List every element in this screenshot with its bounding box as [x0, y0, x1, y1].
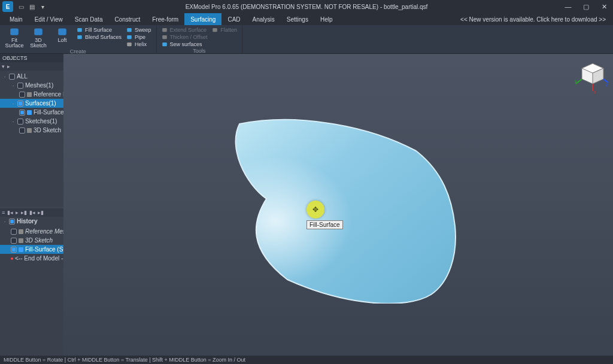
- history-title-row: - History: [0, 217, 63, 226]
- visibility-check-icon[interactable]: [19, 128, 25, 134]
- menu-main[interactable]: Main: [4, 13, 29, 25]
- fill-surface-icon: [77, 27, 83, 33]
- last-icon[interactable]: ▸▮: [38, 210, 44, 216]
- svg-text:y: y: [575, 79, 577, 84]
- history-tree[interactable]: Reference Mesh3D SketchFill-Surface (Sur…: [0, 226, 63, 264]
- pipe-button[interactable]: Pipe: [125, 34, 153, 41]
- blend-surfaces-icon: [77, 34, 83, 40]
- sweep-button[interactable]: Sweep: [125, 26, 153, 34]
- flatten-button: Flatten: [211, 26, 238, 34]
- node-icon: [27, 110, 32, 115]
- tree-label: Reference Mesh (: [34, 91, 63, 98]
- tree-row[interactable]: -Sketches(1): [0, 117, 63, 126]
- maximize-button[interactable]: ▢: [577, 0, 595, 13]
- expand-icon[interactable]: -: [11, 83, 16, 88]
- menu-analysis[interactable]: Analysis: [247, 13, 281, 25]
- visibility-check-icon[interactable]: [17, 83, 23, 89]
- visibility-check-icon[interactable]: [9, 74, 15, 80]
- fill-surface-button[interactable]: Fill Surface: [75, 26, 123, 34]
- ribbon-group-label: Tools: [160, 48, 238, 54]
- svg-rect-7: [127, 43, 132, 46]
- sweep-icon: [126, 27, 132, 33]
- tree-row[interactable]: Fill-Surface (Surface: [0, 245, 63, 254]
- flatten-icon: [212, 27, 218, 33]
- tree-label: Fill-Surface: [34, 109, 63, 116]
- tree-row[interactable]: <-- End of Model --: [0, 254, 63, 263]
- filter-icon[interactable]: ▾: [2, 63, 5, 69]
- tag-icon[interactable]: ▸: [7, 63, 10, 69]
- svg-rect-5: [127, 28, 132, 32]
- menu-scan-data[interactable]: Scan Data: [69, 13, 109, 25]
- 3d-sketch-button[interactable]: 3DSketch: [28, 26, 49, 48]
- tree-row[interactable]: 3D Sketch: [0, 236, 63, 245]
- node-icon: [19, 229, 23, 234]
- tree-row[interactable]: 3D Sketch: [0, 126, 63, 135]
- helix-button[interactable]: Helix: [125, 41, 153, 48]
- svg-rect-1: [34, 28, 43, 35]
- visibility-check-icon[interactable]: [11, 247, 17, 253]
- history-check-icon[interactable]: [9, 219, 15, 225]
- tree-row[interactable]: -Surfaces(1): [0, 99, 63, 108]
- tree-row[interactable]: -Meshes(1): [0, 81, 63, 90]
- svg-text:z: z: [606, 83, 608, 87]
- extend-surface-button: Extend Surface: [160, 26, 209, 34]
- objects-panel-toolbar[interactable]: ▾ ▸: [0, 62, 63, 71]
- svg-rect-9: [162, 35, 167, 39]
- tree-label: 3D Sketch: [34, 127, 61, 134]
- 3d-sketch-icon: [32, 26, 45, 37]
- expand-icon[interactable]: -: [11, 101, 16, 106]
- expand-icon[interactable]: -: [11, 119, 16, 124]
- visibility-check-icon[interactable]: [11, 229, 17, 235]
- menu-construct[interactable]: Construct: [108, 13, 146, 25]
- qat-new-icon[interactable]: ▭: [16, 2, 26, 11]
- svg-rect-0: [10, 28, 19, 35]
- surface-geometry[interactable]: [210, 106, 467, 304]
- visibility-check-icon[interactable]: [17, 119, 23, 125]
- objects-tree[interactable]: -ALL-Meshes(1)Reference Mesh (-Surfaces(…: [0, 71, 63, 136]
- axis-gizmo[interactable]: y z x: [573, 60, 609, 96]
- svg-line-15: [576, 79, 582, 84]
- tree-row[interactable]: Reference Mesh: [0, 227, 63, 236]
- visibility-check-icon[interactable]: [19, 92, 25, 98]
- menu-help[interactable]: Help: [314, 13, 339, 25]
- node-icon: [11, 257, 13, 260]
- menu-settings[interactable]: Settings: [281, 13, 314, 25]
- minimize-button[interactable]: —: [559, 0, 577, 13]
- visibility-check-icon[interactable]: [17, 101, 23, 107]
- expand-icon[interactable]: -: [2, 74, 7, 79]
- fit-surface-icon: [8, 26, 21, 37]
- tree-row[interactable]: Reference Mesh (: [0, 90, 63, 99]
- close-button[interactable]: ✕: [595, 0, 613, 13]
- node-icon: [27, 128, 32, 133]
- menu-free-form[interactable]: Free-form: [146, 13, 184, 25]
- fit-surface-button[interactable]: FitSurface: [4, 26, 25, 48]
- update-notice[interactable]: << New version is available. Click here …: [460, 16, 609, 23]
- svg-rect-6: [127, 35, 132, 39]
- menu-cad[interactable]: CAD: [221, 13, 246, 25]
- tree-label: Fill-Surface (Surface: [25, 246, 63, 253]
- qat-save-icon[interactable]: ▾: [38, 2, 47, 11]
- thicken-offset-button: Thicken / Offset: [160, 34, 209, 41]
- step-back-icon[interactable]: ▮◂: [7, 210, 13, 216]
- blend-surfaces-button[interactable]: Blend Surfaces: [75, 34, 123, 41]
- node-icon: [19, 247, 23, 252]
- tree-icon[interactable]: ≡: [2, 210, 5, 216]
- history-panel-toolbar[interactable]: ≡ ▮◂ ▸ ▸▮ ▮◂ ▸▮: [0, 208, 63, 217]
- sew-surfaces-button[interactable]: Sew surfaces: [160, 41, 209, 48]
- tree-row[interactable]: -ALL: [0, 72, 63, 81]
- play-icon[interactable]: ▸: [16, 210, 19, 216]
- loft-icon: [56, 26, 69, 37]
- status-bar: MIDDLE Button = Rotate | Ctrl + MIDDLE B…: [0, 356, 613, 364]
- loft-button[interactable]: Loft: [51, 26, 73, 43]
- step-fwd-icon[interactable]: ▸▮: [21, 210, 27, 216]
- tree-row[interactable]: Fill-Surface: [0, 108, 63, 117]
- window-title: EXModel Pro 6.0.65 (DEMONSTRATION SYSTEM…: [186, 4, 428, 10]
- svg-rect-8: [162, 28, 167, 32]
- visibility-check-icon[interactable]: [11, 238, 17, 244]
- menu-edit-view[interactable]: Edit / View: [29, 13, 69, 25]
- viewport-3d[interactable]: ✥ Fill-Surface y z x: [63, 54, 613, 356]
- first-icon[interactable]: ▮◂: [29, 210, 35, 216]
- menu-surfacing[interactable]: Surfacing: [184, 13, 221, 25]
- visibility-check-icon[interactable]: [19, 110, 25, 116]
- qat-open-icon[interactable]: ▤: [27, 2, 37, 11]
